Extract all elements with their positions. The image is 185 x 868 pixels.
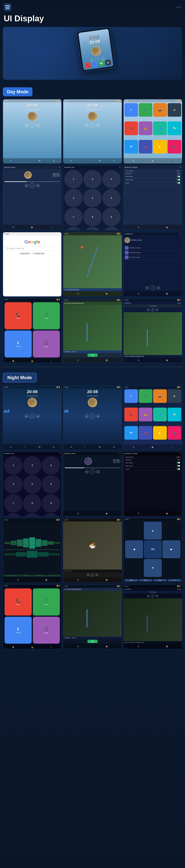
arrow-down[interactable]: ▼: [144, 559, 162, 577]
app-phone-home[interactable]: 📞: [125, 121, 138, 135]
night-carplay-card[interactable]: 18:40📶🔋 📞 Phone 🎵 Music 🎙 Podcasts: [3, 585, 61, 649]
night-tbt-card[interactable]: 18:40📶🔋 ➡ Sunny Coffee Restaurant 19:16 …: [63, 585, 122, 649]
lc-prev[interactable]: ⏮: [146, 286, 149, 289]
n-app-video[interactable]: ▶: [153, 426, 167, 440]
n-dial-9[interactable]: 9: [42, 494, 60, 513]
bt-next[interactable]: ⏭: [36, 184, 39, 187]
n-app-music[interactable]: 🎵: [139, 389, 152, 403]
n-dial-3[interactable]: 3: [42, 456, 60, 474]
carplay-spotify[interactable]: 🎧 Spotify: [33, 331, 60, 358]
night-music-card-2[interactable]: 18:40📶🔋 20:08 Stunning display 🎵 ⏮ ⏸ ⏭: [63, 385, 122, 450]
n-np-play[interactable]: ▶: [151, 594, 155, 598]
app-map-home[interactable]: 🗺: [125, 140, 138, 153]
n-auto-answer-toggle[interactable]: [177, 462, 180, 464]
carplay-podcast[interactable]: 🎙 Podcasts: [4, 331, 32, 358]
day-nav-card[interactable]: 18:00📶🔋 19:16 ETA 9.0 mi Not Playing ⏮ ▶…: [124, 299, 182, 363]
n-dial-5[interactable]: 5: [23, 475, 41, 493]
night-media-card[interactable]: 18:40📶🔋 🍜 Video Content ⏮ ▶ ⏭ ⚙ 🏠: [63, 518, 122, 583]
eq-btn-4[interactable]: VOL: [47, 575, 60, 577]
n-cp-podcast[interactable]: 🎙 Podcasts: [4, 617, 32, 644]
n-prev-1[interactable]: ⏮: [25, 414, 28, 418]
arrow-ok[interactable]: OK: [144, 540, 162, 558]
n-app-photos[interactable]: 📷: [153, 389, 167, 403]
n-app-bt2[interactable]: 📡: [168, 408, 181, 421]
eq-btn-1[interactable]: BASS: [4, 575, 18, 577]
dial-6[interactable]: 6: [102, 189, 121, 207]
day-bt-settings-card[interactable]: Bluetooth_Settings ✕ Device name CarBT D…: [124, 165, 182, 230]
n-app-map[interactable]: 🗺: [125, 426, 138, 440]
music-item-2[interactable]: 华农兄弟_191.mp3: [125, 250, 181, 255]
n-bt-next[interactable]: ⏭: [97, 470, 100, 473]
n-go-btn[interactable]: GO: [87, 640, 98, 643]
night-bt-settings-card[interactable]: Bluetooth_Settings ✕ Device name CarBT D…: [124, 452, 182, 516]
n-cp-spotify[interactable]: 🎧 Spotify: [33, 617, 60, 644]
n-app-bt[interactable]: 🔷: [153, 408, 167, 421]
n-auto-connect-toggle[interactable]: [177, 465, 180, 467]
n-dial-hash[interactable]: #: [42, 513, 60, 516]
hamburger-menu[interactable]: [4, 3, 11, 11]
bt-prev[interactable]: ⏮: [25, 184, 28, 187]
n-app-telegram[interactable]: ✈: [125, 389, 138, 403]
night-nav-arrows-card[interactable]: 18:40📶🔋 ▲ ◀ OK ▶ ▼ HOME BACK MENU: [124, 518, 182, 583]
m-prev[interactable]: ⏮: [87, 574, 89, 576]
n-prev-2[interactable]: ⏮: [85, 414, 88, 418]
n-call-close[interactable]: ✕: [59, 453, 60, 454]
n-app-yt[interactable]: 📹: [168, 426, 181, 440]
play-2[interactable]: ⏸: [90, 123, 95, 128]
day-music-card-2[interactable]: 17:00📶🔋 20:08 A stunning display 🎵 ⏮ ⏸ ⏭…: [63, 99, 122, 164]
play-1[interactable]: ⏸: [30, 123, 35, 128]
n-next-2[interactable]: ⏭: [97, 414, 100, 418]
go-button[interactable]: GO: [87, 353, 98, 357]
n-bt-settings-close[interactable]: ✕: [180, 453, 181, 454]
app-video-home[interactable]: ▶: [153, 140, 167, 153]
dial-star[interactable]: *: [64, 227, 83, 230]
day-home-card[interactable]: 17:00📶🔋 ✈ 🎵 📷 ⚙ 📞 📻 🔷 📡 🗺 🚗 ▶ 📹: [124, 99, 182, 164]
dial-hash[interactable]: #: [102, 227, 121, 230]
app-map[interactable]: 🗺: [98, 60, 105, 67]
act-btn-4[interactable]: VOL+: [167, 579, 181, 582]
n-np-next[interactable]: ⏭: [156, 595, 158, 597]
n-cp-phone[interactable]: 📞 Phone: [4, 588, 32, 616]
n-dial-7[interactable]: 7: [4, 494, 23, 513]
music-item-1[interactable]: 华农兄弟_191.mp3: [125, 246, 181, 250]
dial-3[interactable]: 3: [102, 170, 121, 188]
dial-1[interactable]: 1: [64, 170, 83, 188]
auto-connect-toggle[interactable]: [177, 179, 180, 181]
n-play-1[interactable]: ⏸: [30, 414, 35, 418]
google-search-btn[interactable]: Google Search: [19, 252, 31, 255]
n-bt-prev[interactable]: ⏮: [85, 470, 88, 473]
n-bt-music-close[interactable]: ✕: [119, 453, 121, 454]
feeling-lucky-btn[interactable]: I'm Feeling Lucky: [32, 252, 45, 255]
app-music-home[interactable]: 🎵: [139, 103, 152, 117]
n-dial-4[interactable]: 4: [4, 475, 23, 493]
day-carplay-card[interactable]: 18:00📶🔋 📞 Phone 🎵 Music 🎙 Podcasts: [3, 299, 61, 363]
music-item-3[interactable]: 里z_191_191.mp3: [125, 255, 181, 260]
bt-settings-close[interactable]: ✕: [180, 166, 181, 168]
app-yt-home[interactable]: 📹: [168, 140, 181, 153]
local-music-close[interactable]: ✕: [180, 233, 181, 235]
n-play-2[interactable]: ⏸: [90, 414, 95, 418]
np-play[interactable]: ▶: [151, 308, 155, 312]
night-music-card-1[interactable]: 18:40📶🔋 20:08 Stunning display 🎵 ⏮: [3, 385, 61, 450]
auto-answer-toggle[interactable]: [177, 176, 180, 178]
arrow-right[interactable]: ▶: [162, 540, 181, 558]
prev-2[interactable]: ⏮: [85, 124, 88, 127]
app-bt-home[interactable]: 🔷: [153, 121, 167, 135]
bt-play[interactable]: ⏸: [30, 183, 35, 188]
app-bt2-home[interactable]: 📡: [168, 121, 181, 135]
n-next-1[interactable]: ⏭: [36, 414, 39, 418]
m-next[interactable]: ⏭: [96, 574, 98, 576]
day-local-music-card[interactable]: SocialMusic ✕ 🎵 华农兄弟_191.mp3 华农兄弟_191.mp…: [124, 232, 182, 297]
carplay-phone[interactable]: 📞 Phone: [4, 302, 32, 329]
app-phone[interactable]: 📞: [85, 62, 91, 69]
np-prev[interactable]: ⏮: [147, 308, 150, 311]
day-map-card[interactable]: 18:00📶🔋 Sunny Coffee Restaurant ⚙ 🏠: [63, 232, 122, 297]
next-2[interactable]: ⏭: [97, 124, 100, 127]
app-photos-home[interactable]: 📷: [153, 103, 167, 117]
n-dial-8[interactable]: 8: [23, 494, 41, 513]
act-btn-1[interactable]: HOME: [125, 579, 138, 582]
n-cp-music[interactable]: 🎵 Music: [33, 588, 60, 616]
n-dial-1[interactable]: 1: [4, 456, 23, 474]
dial-4[interactable]: 4: [64, 189, 83, 207]
eq-btn-3[interactable]: TREBLE: [32, 575, 47, 577]
